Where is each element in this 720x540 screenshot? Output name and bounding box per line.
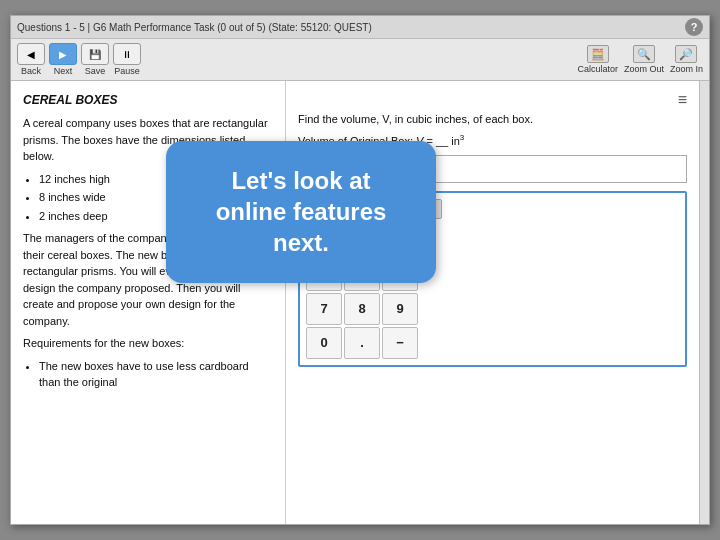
- requirements-list: The new boxes have to use less cardboard…: [39, 358, 273, 391]
- key-minus[interactable]: −: [382, 327, 418, 359]
- content-area: CEREAL BOXES A cereal company uses boxes…: [11, 81, 709, 524]
- next-nav-group: ▶ Next: [49, 43, 77, 76]
- question-info-bar: Questions 1 - 5 | G6 Math Performance Ta…: [11, 16, 709, 39]
- zoom-in-icon: 🔎: [675, 45, 697, 63]
- main-window: Questions 1 - 5 | G6 Math Performance Ta…: [10, 15, 710, 525]
- zoom-in-label: Zoom In: [670, 64, 703, 74]
- right-panel-header: ≡: [298, 91, 687, 109]
- hamburger-icon[interactable]: ≡: [678, 91, 687, 109]
- calculator-icon: 🧮: [587, 45, 609, 63]
- requirements-heading: Requirements for the new boxes:: [23, 335, 273, 352]
- save-button[interactable]: 💾: [81, 43, 109, 65]
- calculator-label: Calculator: [577, 64, 618, 74]
- pause-nav-group: ⏸ Pause: [113, 43, 141, 76]
- save-nav-group: 💾 Save: [81, 43, 109, 76]
- zoom-in-tool[interactable]: 🔎 Zoom In: [670, 45, 703, 74]
- key-0[interactable]: 0: [306, 327, 342, 359]
- zoom-out-label: Zoom Out: [624, 64, 664, 74]
- key-decimal[interactable]: .: [344, 327, 380, 359]
- scrollbar[interactable]: [699, 81, 709, 524]
- calculator-tool[interactable]: 🧮 Calculator: [577, 45, 618, 74]
- find-volume-instruction: Find the volume, V, in cubic inches, of …: [298, 113, 687, 125]
- requirement-item: The new boxes have to use less cardboard…: [39, 358, 273, 391]
- zoom-out-icon: 🔍: [633, 45, 655, 63]
- tooltip-overlay: Let's look at online features next.: [166, 141, 436, 283]
- pause-label: Pause: [114, 66, 140, 76]
- back-label: Back: [21, 66, 41, 76]
- key-9[interactable]: 9: [382, 293, 418, 325]
- tooltip-text: Let's look at online features next.: [216, 167, 387, 256]
- back-nav-group: ◀ Back: [17, 43, 45, 76]
- key-8[interactable]: 8: [344, 293, 380, 325]
- main-toolbar: ◀ Back ▶ Next 💾 Save ⏸ Pause 🧮 Calculato…: [11, 39, 709, 81]
- question-info-text: Questions 1 - 5 | G6 Math Performance Ta…: [17, 22, 681, 33]
- zoom-out-tool[interactable]: 🔍 Zoom Out: [624, 45, 664, 74]
- next-button[interactable]: ▶: [49, 43, 77, 65]
- back-button[interactable]: ◀: [17, 43, 45, 65]
- pause-button[interactable]: ⏸: [113, 43, 141, 65]
- cereal-boxes-heading: CEREAL BOXES: [23, 91, 273, 109]
- save-label: Save: [85, 66, 106, 76]
- help-button[interactable]: ?: [685, 18, 703, 36]
- key-7[interactable]: 7: [306, 293, 342, 325]
- next-label: Next: [54, 66, 73, 76]
- toolbar-right-group: 🧮 Calculator 🔍 Zoom Out 🔎 Zoom In: [577, 45, 703, 74]
